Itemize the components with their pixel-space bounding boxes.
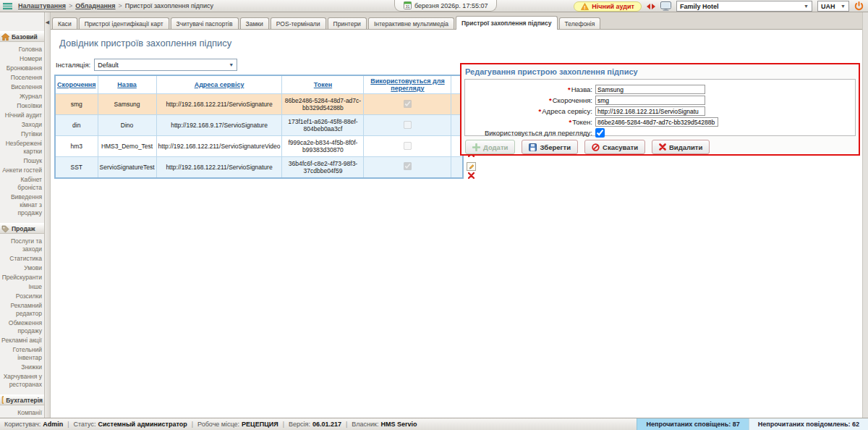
sidebar-item-poslugy-zakhody[interactable]: Послуги та заходи [0,237,44,254]
swap-arrows-icon[interactable] [647,4,655,9]
sidebar-item-kompanii[interactable]: Компанії [0,408,44,418]
column-header-name[interactable]: Назва [98,75,156,94]
view-checkbox [404,162,412,170]
installation-label: Інсталяція: [56,61,90,69]
edit-row-button[interactable] [467,162,476,171]
sidebar-item-golovna[interactable]: Головна [0,45,44,54]
table-row[interactable]: SST ServioSignatureTest http://192.168.1… [55,157,463,178]
sidebar-item-zakhody[interactable]: Заходи [0,120,44,130]
status-label: Статус: [74,421,96,428]
floppy-icon [529,143,537,151]
delete-row-button[interactable] [467,172,476,180]
sidebar-item-reklamni-aktsii[interactable]: Рекламні акції [0,336,44,345]
installation-select-value: Default [98,62,119,69]
sidebar-items-accounting: Компанії Дебітори Експорт/Імпорт рахункі… [0,405,44,418]
owner-value: HMS Servio [381,421,417,428]
main-area: Каси Пристрої ідентифікації карт Зчитува… [51,12,862,418]
column-header-service-url[interactable]: Адреса сервісу [156,75,282,94]
calendar-icon: 31 [404,1,412,9]
token-field-label: Токен: [468,118,595,126]
night-audit-badge[interactable]: ! Нічний аудит [574,1,642,12]
sidebar-item-obmezhennya-prodazhu[interactable]: Обмеження продажу [0,319,44,336]
sidebar-item-rozsylky[interactable]: Розсилки [0,292,44,301]
editor-buttons: Додати Зберегти Скасувати Видалити [464,140,856,154]
sidebar-item-reklamnyi-redaktor[interactable]: Рекламний редактор [0,301,44,319]
editor-panel: Редагування пристрою захоплення підпису … [460,63,860,156]
scrollbar-track[interactable] [862,12,868,418]
power-icon[interactable] [854,1,864,11]
table-header-row: Скорочення Назва Адреса сервісу Токен Ви… [55,75,463,94]
sidebar-section-basic[interactable]: Базовий [0,31,44,42]
cell-code: din [55,115,98,136]
home-icon [1,33,9,41]
cell-name: Samsung [98,94,156,115]
column-header-used-for-view[interactable]: Використовується для перегляду [364,75,451,94]
unread-notifications-badge[interactable]: Непрочитаних сповіщень: 87 [637,418,748,430]
add-button[interactable]: Додати [465,140,515,154]
sidebar-item-nichnyi-audyt[interactable]: Нічний аудит [0,111,44,120]
tab-signature-capture-devices[interactable]: Пристрої захоплення підпису [456,16,558,30]
sidebar-items-sales: Послуги та заходи Статистика Умови Прейс… [0,234,44,395]
sidebar-item-inshe[interactable]: Інше [0,282,44,292]
workplace-value: РЕЦЕПЦИЯ [242,421,278,428]
table-row[interactable]: hm3 HMS3_Demo_Test http://192.168.122.21… [55,136,463,157]
sidebar-item-preiskuranty[interactable]: Прейскуранти [0,273,44,282]
hotel-select[interactable]: Family Hotel ▼ [676,1,812,12]
sidebar-item-kabinet-bronista[interactable]: Кабінет броніста [0,175,44,193]
sidebar-item-bronyuvannya[interactable]: Бронювання [0,64,44,73]
installation-select[interactable]: Default ▼ [94,59,237,71]
tab-content: Довідник пристроїв захоплення підпису Ін… [51,29,862,418]
sidebar-item-poselennya[interactable]: Поселення [0,73,44,83]
currency-select[interactable]: UAH ▼ [817,1,849,12]
service-url-field[interactable] [595,106,705,116]
sidebar-section-sales[interactable]: Продаж [0,223,44,234]
sidebar-item-poshuk[interactable]: Пошук [0,156,44,166]
tab-locks[interactable]: Замки [240,17,269,29]
sidebar-section-label: Бухгалтерія [6,397,43,404]
sidebar-item-vyvedennya-kimnat[interactable]: Виведення кімнат з продажу [0,193,44,218]
sidebar-item-nomery[interactable]: Номери [0,54,44,64]
cell-name: HMS3_Demo_Test [98,136,156,157]
tab-card-id-devices[interactable]: Пристрої ідентифікації карт [79,17,169,29]
sidebar-item-statystyka[interactable]: Статистика [0,254,44,264]
sidebar-item-nezberezheni-kartky[interactable]: Незбережені картки [0,139,44,156]
used-for-view-checkbox[interactable] [595,128,605,138]
unread-messages-badge[interactable]: Непрочитаних повідомлень: 62 [749,418,868,430]
table-row[interactable]: smg Samsung http://192.168.122.211/Servi… [55,94,463,115]
tab-pos-terminals[interactable]: POS-термінали [271,17,326,29]
cancel-button[interactable]: Скасувати [584,140,645,154]
sidebar-item-kharchuvannya[interactable]: Харчування у ресторанах [0,372,44,389]
plus-icon [472,143,480,151]
sidebar-item-pokoivky[interactable]: Покоївки [0,101,44,111]
tab-interactive-multimedia[interactable]: Інтерактивне мультимедіа [368,17,454,29]
table-row[interactable]: din Dino http://192.168.9.17/ServioSigna… [55,115,463,136]
breadcrumb-equipment[interactable]: Обладнання [75,2,115,9]
sidebar-item-ankety-gostei[interactable]: Анкети гостей [0,166,44,175]
chevron-down-icon: ▼ [841,4,846,9]
sidebar-item-zhurnal[interactable]: Журнал [0,92,44,101]
tab-printers[interactable]: Принтери [328,17,367,29]
sidebar-item-putivky[interactable]: Путівки [0,130,44,139]
delete-button[interactable]: Видалити [652,140,710,154]
breadcrumb-settings[interactable]: Налаштування [18,2,66,9]
name-field[interactable] [595,85,705,94]
code-field[interactable] [595,96,705,105]
sidebar-collapse-handle[interactable]: ◀ [45,12,51,418]
token-field[interactable] [595,117,718,127]
sidebar-item-znyzhky[interactable]: Знижки [0,363,44,372]
menu-icon[interactable] [3,2,12,10]
monitor-icon[interactable] [660,1,671,11]
tab-telephony[interactable]: Телефонія [559,17,601,29]
sidebar-section-accounting[interactable]: Бухгалтерія [0,395,44,405]
tab-passport-readers[interactable]: Зчитувачі паспортів [171,17,239,29]
sidebar-item-umovy[interactable]: Умови [0,264,44,273]
top-bar: Налаштування Обладнання Пристрої захопле… [0,0,868,12]
tab-kasy[interactable]: Каси [52,17,77,29]
sidebar-item-vyselennya[interactable]: Виселення [0,83,44,92]
sidebar-item-gotelnyi-inventar[interactable]: Готельний інвентар [0,345,44,363]
save-button[interactable]: Зберегти [522,140,578,154]
view-checkbox [404,120,412,128]
column-header-code[interactable]: Скорочення [55,75,98,94]
user-label: Користувач: [4,421,41,428]
column-header-token[interactable]: Токен [282,75,364,94]
